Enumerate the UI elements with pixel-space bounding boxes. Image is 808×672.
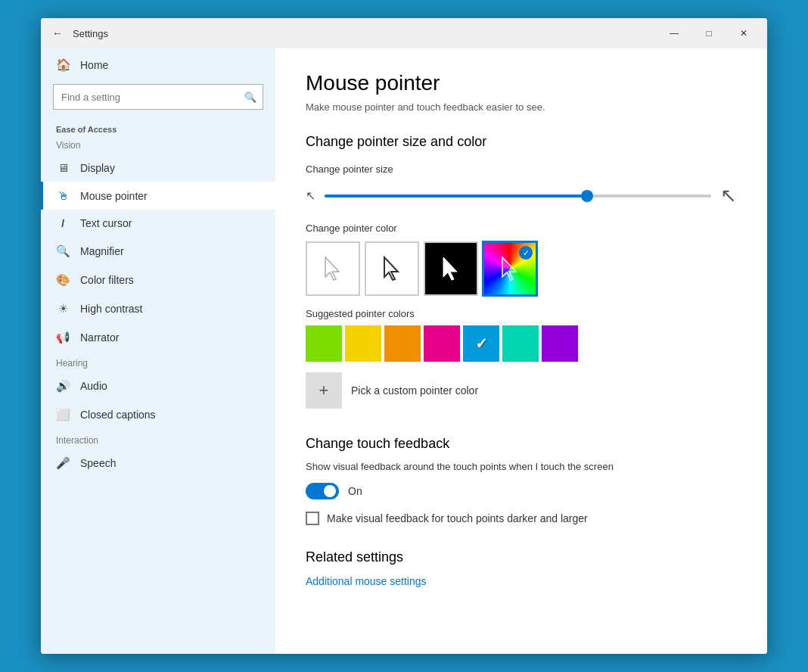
magnifier-icon: 🔍 — [56, 244, 70, 258]
page-title: Mouse pointer — [306, 71, 737, 95]
toggle-thumb — [324, 485, 336, 497]
search-box[interactable]: 🔍 — [53, 84, 263, 110]
blue-checkmark: ✓ — [475, 334, 488, 353]
home-label: Home — [80, 59, 108, 71]
svg-marker-3 — [502, 257, 516, 280]
suggested-color-yellow[interactable] — [345, 325, 381, 362]
suggested-color-green[interactable] — [306, 325, 342, 362]
cursor-custom-svg — [499, 256, 521, 282]
sidebar-item-mouse-pointer-label: Mouse pointer — [80, 190, 148, 202]
search-input[interactable] — [54, 92, 238, 103]
svg-marker-2 — [443, 257, 457, 280]
sidebar-item-closed-captions-label: Closed captions — [80, 409, 156, 421]
sidebar-section-label-ease: Ease of Access — [41, 119, 275, 137]
speech-icon: 🎤 — [56, 456, 70, 470]
toggle-label: On — [348, 485, 362, 497]
related-settings-heading: Related settings — [306, 549, 737, 565]
sidebar-item-closed-captions[interactable]: ⬜ Closed captions — [41, 400, 275, 429]
display-icon: 🖥 — [56, 161, 70, 174]
narrator-icon: 📢 — [56, 331, 70, 344]
change-pointer-size-label: Change pointer size — [306, 163, 737, 175]
custom-check-overlay: ✓ — [519, 246, 533, 260]
sidebar: 🏠 Home 🔍 Ease of Access Vision 🖥 Display… — [41, 48, 275, 654]
suggested-color-blue[interactable]: ✓ — [463, 325, 499, 362]
slider-fill — [325, 194, 587, 198]
back-button[interactable]: ← — [47, 23, 68, 44]
high-contrast-icon: ☀ — [56, 302, 70, 316]
sidebar-item-audio-label: Audio — [80, 380, 107, 392]
svg-marker-1 — [384, 257, 398, 280]
sidebar-item-narrator[interactable]: 📢 Narrator — [41, 323, 275, 352]
additional-mouse-settings-link[interactable]: Additional mouse settings — [306, 575, 427, 587]
suggested-colors-row: ✓ — [306, 325, 737, 362]
svg-marker-0 — [325, 257, 339, 280]
suggested-color-teal[interactable] — [502, 325, 539, 362]
pointer-size-slider-row: ↖ ↖ — [306, 184, 737, 207]
suggested-colors-label: Suggested pointer colors — [306, 308, 737, 319]
cursor-large-icon: ↖ — [720, 184, 737, 207]
pointer-swatch-black-outline[interactable] — [365, 241, 419, 296]
darker-feedback-label: Make visual feedback for touch points da… — [327, 512, 588, 524]
search-icon: 🔍 — [238, 92, 263, 103]
sidebar-item-high-contrast[interactable]: ☀ High contrast — [41, 294, 275, 323]
darker-feedback-checkbox-row: Make visual feedback for touch points da… — [306, 512, 737, 525]
page-subtitle: Make mouse pointer and touch feedback ea… — [306, 101, 737, 113]
sidebar-item-text-cursor[interactable]: I Text cursor — [41, 210, 275, 237]
cursor-black-outline-svg — [381, 256, 402, 282]
sidebar-item-color-filters[interactable]: 🎨 Color filters — [41, 266, 275, 294]
cursor-black-svg — [440, 256, 461, 282]
sidebar-item-speech[interactable]: 🎤 Speech — [41, 449, 275, 478]
touch-feedback-desc: Show visual feedback around the touch po… — [306, 461, 737, 472]
custom-color-label: Pick a custom pointer color — [351, 384, 478, 397]
sidebar-item-display[interactable]: 🖥 Display — [41, 154, 275, 182]
sidebar-item-high-contrast-label: High contrast — [80, 303, 142, 315]
closed-captions-icon: ⬜ — [56, 408, 70, 422]
sidebar-item-magnifier-label: Magnifier — [80, 245, 124, 257]
sidebar-section-interaction: Interaction — [41, 429, 275, 449]
sidebar-item-narrator-label: Narrator — [80, 331, 119, 344]
suggested-color-purple[interactable] — [542, 325, 578, 362]
pointer-swatch-white[interactable] — [306, 241, 360, 296]
touch-feedback-toggle[interactable] — [306, 483, 339, 499]
pointer-size-slider[interactable] — [325, 194, 711, 198]
content-area: Mouse pointer Make mouse pointer and tou… — [275, 48, 767, 654]
slider-thumb[interactable] — [581, 190, 593, 202]
touch-feedback-heading: Change touch feedback — [306, 433, 737, 452]
change-pointer-color-label: Change pointer color — [306, 222, 737, 234]
minimize-button[interactable]: — — [657, 18, 691, 48]
pointer-swatch-black[interactable] — [424, 241, 478, 296]
custom-color-button[interactable]: + — [306, 372, 342, 409]
titlebar: ← Settings — □ ✕ — [41, 18, 767, 48]
sidebar-item-speech-label: Speech — [80, 457, 116, 469]
suggested-color-pink[interactable] — [424, 325, 460, 362]
custom-color-row: + Pick a custom pointer color — [306, 372, 737, 409]
sidebar-section-hearing: Hearing — [41, 352, 275, 372]
pointer-swatch-custom[interactable]: ✓ — [483, 241, 537, 296]
mouse-pointer-icon: 🖱 — [56, 189, 70, 202]
home-icon: 🏠 — [56, 58, 71, 72]
sidebar-item-mouse-pointer[interactable]: 🖱 Mouse pointer — [41, 182, 275, 210]
sidebar-section-vision: Vision — [41, 137, 275, 154]
darker-feedback-checkbox[interactable] — [306, 512, 319, 525]
maximize-button[interactable]: □ — [691, 18, 726, 48]
pointer-color-swatches: ✓ — [306, 241, 737, 296]
sidebar-item-magnifier[interactable]: 🔍 Magnifier — [41, 237, 275, 266]
pointer-size-color-heading: Change pointer size and color — [306, 134, 737, 150]
sidebar-item-text-cursor-label: Text cursor — [80, 217, 132, 229]
audio-icon: 🔊 — [56, 379, 70, 393]
touch-feedback-toggle-row: On — [306, 483, 737, 499]
main-layout: 🏠 Home 🔍 Ease of Access Vision 🖥 Display… — [41, 48, 767, 654]
color-filters-icon: 🎨 — [56, 273, 70, 287]
cursor-small-icon: ↖ — [306, 188, 315, 203]
window-title: Settings — [73, 28, 657, 39]
settings-window: ← Settings — □ ✕ 🏠 Home 🔍 Ease of Access… — [41, 18, 767, 654]
suggested-color-orange[interactable] — [384, 325, 421, 362]
window-controls: — □ ✕ — [657, 18, 761, 48]
text-cursor-icon: I — [56, 217, 70, 229]
cursor-white-svg — [322, 256, 343, 282]
close-button[interactable]: ✕ — [726, 18, 761, 48]
sidebar-item-display-label: Display — [80, 162, 115, 174]
sidebar-item-home[interactable]: 🏠 Home — [41, 48, 275, 81]
sidebar-item-color-filters-label: Color filters — [80, 274, 134, 286]
sidebar-item-audio[interactable]: 🔊 Audio — [41, 372, 275, 400]
